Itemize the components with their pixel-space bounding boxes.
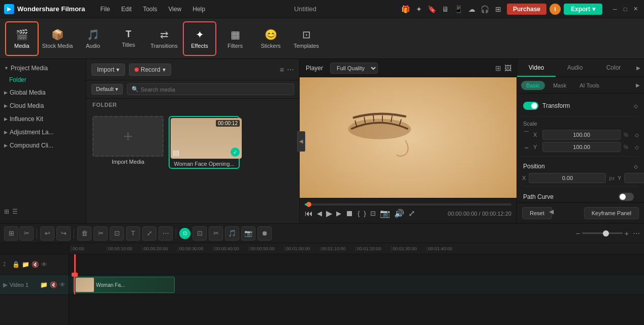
grid4-icon[interactable]: ⊞ <box>495 64 501 72</box>
progress-bar[interactable] <box>305 203 511 205</box>
tool-transitions[interactable]: ⇄ Transitions <box>147 21 181 56</box>
purchase-button[interactable]: Purchase <box>507 4 546 15</box>
clip-block[interactable]: Woman Fa... <box>73 277 175 293</box>
tool-stock[interactable]: 📦 Stock Media <box>41 21 74 56</box>
tl-settings-icon[interactable]: ⋯ <box>633 229 640 238</box>
menu-edit[interactable]: Edit <box>116 4 137 15</box>
menu-view[interactable]: View <box>163 4 186 15</box>
tool-titles[interactable]: T Titles <box>112 21 145 56</box>
menu-tools[interactable]: Tools <box>138 4 162 15</box>
tool-effects[interactable]: ✦ Effects <box>183 21 216 56</box>
position-diamond-icon[interactable]: ◇ <box>634 164 638 169</box>
track-eye-icon[interactable]: 👁 <box>41 261 47 268</box>
zoom-in-icon[interactable]: + <box>625 229 629 238</box>
section-compound-label: Compound Cli... <box>10 142 53 149</box>
subtab-mask[interactable]: Mask <box>548 81 571 90</box>
scale-x-diamond-icon[interactable]: ◇ <box>635 132 639 138</box>
track-audio-icon[interactable]: 📁 <box>22 261 29 268</box>
snap-button[interactable]: ⊡ <box>179 228 190 239</box>
gift-icon[interactable]: 🎁 <box>400 4 411 15</box>
headset-icon[interactable]: 🎧 <box>479 4 491 15</box>
search-input[interactable] <box>141 86 289 93</box>
maximize-button[interactable]: □ <box>621 5 630 14</box>
tl-crop-button[interactable]: ⊡ <box>110 226 124 241</box>
tl-select-button[interactable]: ⊞ <box>4 226 18 241</box>
tl-split-button[interactable]: ✂ <box>209 226 223 241</box>
track-mute2-icon[interactable]: 🔇 <box>50 281 57 288</box>
track-eye2-icon[interactable]: 👁 <box>59 281 66 288</box>
section-project-media-header[interactable]: ▼ Project Media <box>0 62 86 74</box>
collapse-middle-button[interactable]: ◀ <box>297 131 305 152</box>
track-lock-icon[interactable]: 🔒 <box>12 261 20 268</box>
section-influence-kit-header[interactable]: ▶ Influence Kit <box>0 113 86 125</box>
scale-x-input[interactable] <box>542 130 621 140</box>
tool-audio[interactable]: 🎵 Audio <box>76 21 110 56</box>
tl-more-button[interactable]: ⋯ <box>158 226 173 241</box>
section-global-media-header[interactable]: ▶ Global Media <box>0 86 86 99</box>
grid-view-icon[interactable]: ⊞ <box>4 208 9 215</box>
filter-icon[interactable]: ≡ <box>280 66 284 74</box>
right-subtabs: Basic Mask AI Tools ▶ <box>517 77 644 94</box>
tl-undo-button[interactable]: ↩ <box>40 226 54 241</box>
tl-text-button[interactable]: T <box>126 226 140 241</box>
tab-video[interactable]: Video <box>517 59 556 77</box>
tab-color[interactable]: Color <box>594 59 633 77</box>
scale-y-diamond-icon[interactable]: ◇ <box>635 144 639 150</box>
tl-resize-button[interactable]: ⤢ <box>142 226 156 241</box>
default-dropdown-button[interactable]: Default ▾ <box>91 84 123 95</box>
transform-diamond-icon[interactable]: ◇ <box>634 103 638 109</box>
tool-templates[interactable]: ⊡ Templates <box>289 21 323 56</box>
wand-icon[interactable]: ✦ <box>413 4 425 15</box>
export-button[interactable]: Export ▾ <box>564 4 602 15</box>
tool-stickers[interactable]: 😊 Stickers <box>254 21 287 56</box>
tl-redo-button[interactable]: ↪ <box>56 226 71 241</box>
tl-record-button[interactable]: ⏺ <box>257 226 272 241</box>
subtab-basic[interactable]: Basic <box>521 81 545 90</box>
section-adjustment-header[interactable]: ▶ Adjustment La... <box>0 126 86 138</box>
stock-icon: 📦 <box>51 28 64 41</box>
tl-cut-button[interactable]: ✂ <box>93 226 108 241</box>
grid-icon[interactable]: ⊞ <box>493 4 504 15</box>
menu-help[interactable]: Help <box>187 4 210 15</box>
right-tabs-more-icon[interactable]: ▶ <box>633 59 644 77</box>
cloud-up-icon[interactable]: ☁ <box>466 4 477 15</box>
zoom-out-icon[interactable]: − <box>576 229 580 238</box>
transform-toggle[interactable] <box>523 102 538 110</box>
tab-audio[interactable]: Audio <box>556 59 594 77</box>
monitor-icon[interactable]: 🖥 <box>440 4 451 15</box>
phone-icon[interactable]: 📱 <box>453 4 464 15</box>
track-lock2-icon[interactable]: 📁 <box>40 281 48 288</box>
quality-select[interactable]: Full Quality <box>330 63 378 74</box>
tool-media[interactable]: 🎬 Media <box>5 21 39 56</box>
tl-delete-button[interactable]: 🗑 <box>77 226 91 241</box>
record-button[interactable]: Record ▾ <box>129 64 171 76</box>
video-media-card[interactable]: 00:00:12 ✓ ▤ Woman Face Opening... <box>169 116 240 169</box>
track-mute-icon[interactable]: 🔇 <box>31 261 39 268</box>
folder-item[interactable]: Folder <box>0 74 86 85</box>
image-icon[interactable]: 🖼 <box>504 64 511 72</box>
section-compound-header[interactable]: ▶ Compound Cli... <box>0 139 86 152</box>
zoom-range[interactable] <box>582 232 623 234</box>
position-x-input[interactable] <box>529 173 606 183</box>
section-cloud-media-header[interactable]: ▶ Cloud Media <box>0 100 86 112</box>
list-view-icon[interactable]: ☰ <box>12 208 18 215</box>
keyframe-panel-button[interactable]: Keyframe Panel <box>584 207 639 219</box>
subtabs-more-icon[interactable]: ▶ <box>636 82 640 88</box>
subtab-ai-tools[interactable]: AI Tools <box>574 81 604 90</box>
scale-y-input[interactable] <box>542 142 621 152</box>
minimize-button[interactable]: ─ <box>610 5 620 14</box>
player-tab[interactable]: Player <box>305 63 324 74</box>
path-curve-toggle[interactable] <box>619 193 634 201</box>
tl-camera-button[interactable]: 📷 <box>241 226 255 241</box>
bookmark-icon[interactable]: 🔖 <box>427 4 438 15</box>
tl-audio-button[interactable]: 🎵 <box>225 226 239 241</box>
menu-file[interactable]: File <box>95 4 115 15</box>
tl-ripple-button[interactable]: ✂ <box>19 226 34 241</box>
more-icon[interactable]: ⋯ <box>287 66 294 74</box>
close-button[interactable]: ✕ <box>631 5 640 14</box>
tl-ripple2-button[interactable]: ⊡ <box>192 226 207 241</box>
position-y-input[interactable] <box>624 173 644 183</box>
tool-filters[interactable]: ▦ Filters <box>218 21 252 56</box>
import-media-card[interactable]: + Import Media <box>92 116 164 169</box>
import-button[interactable]: Import ▾ <box>91 64 125 76</box>
